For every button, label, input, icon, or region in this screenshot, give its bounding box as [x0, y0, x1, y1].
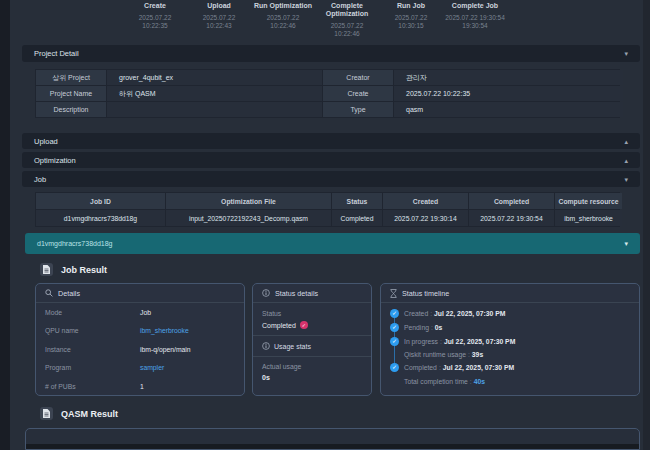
- job-select-dropdown[interactable]: d1vmgdhracrs738dd18g ▾: [25, 233, 640, 254]
- timeline-item-in-progress: ✓ In progress:Jul 22, 2025, 07:30 PM: [390, 337, 630, 346]
- field-label: Description: [36, 102, 106, 117]
- document-icon: [40, 263, 53, 276]
- qasm-result-title: QASM Result: [61, 409, 118, 419]
- separator: :: [440, 338, 442, 345]
- status-cell: Completed: [332, 210, 382, 226]
- card-title: Status timeline: [402, 289, 449, 298]
- usage-stats-row: Usage stats: [262, 342, 362, 350]
- timeline-label: Created: [404, 310, 428, 317]
- separator: :: [431, 324, 433, 331]
- compute-resource-cell: ibm_sherbrooke: [555, 210, 622, 226]
- job-table-header: Optimization File: [166, 193, 331, 209]
- detail-label: Instance: [45, 346, 140, 353]
- detail-label: Program: [45, 364, 140, 371]
- details-card: Details Mode Job QPU name ibm_sherbrooke…: [35, 283, 245, 396]
- step-upload: Upload 2025.07.22 10:22:43: [187, 2, 251, 38]
- chevron-down-icon[interactable]: ▾: [624, 240, 628, 247]
- step-label: Run Optimization: [251, 2, 315, 10]
- timeline-item-created: ✓ Created:Jul 22, 2025, 07:30 PM: [390, 309, 630, 318]
- chevron-down-icon[interactable]: ▾: [624, 176, 628, 183]
- status-timeline-card: Status timeline ✓ Created:Jul 22, 2025, …: [380, 283, 640, 396]
- timeline-text: Completed:Jul 22, 2025, 07:30 PM: [404, 364, 514, 371]
- step-label: Create: [123, 2, 187, 10]
- job-table-header: Compute resource: [555, 193, 622, 209]
- check-circle-icon: ✓: [390, 337, 399, 346]
- section-title: Job: [34, 175, 46, 184]
- check-circle-icon: ✓: [390, 363, 399, 372]
- optimization-file-cell[interactable]: input_20250722192243_Decomp.qasm: [166, 210, 331, 226]
- info-icon: [262, 342, 270, 350]
- progress-stepper: Create 2025.07.22 10:22:35 Upload 2025.0…: [123, 2, 507, 38]
- section-bar-optimization[interactable]: Optimization ▴: [22, 152, 640, 168]
- selected-job-id: d1vmgdhracrs738dd18g: [37, 240, 113, 247]
- step-date: 2025.07.22: [315, 22, 379, 30]
- timeline-text: Created:Jul 22, 2025, 07:30 PM: [404, 310, 506, 317]
- timeline-text: In progress:Jul 22, 2025, 07:30 PM: [404, 338, 515, 345]
- detail-value: Job: [140, 309, 151, 316]
- section-bar-upload[interactable]: Upload ▴: [22, 133, 640, 149]
- info-icon: [262, 289, 270, 297]
- field-value-creator: 관리자: [394, 70, 623, 85]
- job-result-title: Job Result: [61, 265, 107, 275]
- section-bar-job[interactable]: Job ▾: [22, 171, 640, 187]
- right-scroll-strip[interactable]: [643, 0, 650, 450]
- chevron-down-icon[interactable]: ▾: [624, 50, 628, 57]
- detail-row: Program sampler: [36, 359, 244, 378]
- field-label: 상위 Project: [36, 70, 106, 85]
- step-time: 10:22:35: [123, 22, 187, 30]
- status-label: Status: [262, 310, 362, 317]
- timeline-label: Completed: [404, 364, 437, 371]
- timeline-text: Pending:0s: [404, 324, 442, 331]
- step-label: Complete Job: [443, 2, 507, 10]
- detail-row: QPU name ibm_sherbrooke: [36, 322, 244, 341]
- field-label: Creator: [323, 70, 393, 85]
- field-value-create-date: 2025.07.22 10:22:35: [394, 86, 623, 101]
- card-title: Details: [58, 289, 80, 298]
- job-table-header: Completed: [469, 193, 554, 209]
- step-time: 10:30:15: [379, 22, 443, 30]
- job-table-header: Created: [383, 193, 468, 209]
- timeline-item-pending: ✓ Pending:0s: [390, 323, 630, 332]
- chevron-up-icon[interactable]: ▴: [624, 138, 628, 145]
- job-table-header: Job ID: [36, 193, 165, 209]
- step-time: 10:22:46: [251, 22, 315, 30]
- detail-label: QPU name: [45, 327, 140, 334]
- timeline-item-completed: ✓ Completed:Jul 22, 2025, 07:30 PM: [390, 363, 630, 372]
- step-time: 19:30:54: [443, 22, 507, 30]
- actual-usage-value: 0s: [262, 374, 362, 381]
- step-date: 2025.07.22: [251, 14, 315, 22]
- document-icon: [40, 407, 53, 420]
- job-table-header: Status: [332, 193, 382, 209]
- status-value-row: Completed ✓: [262, 321, 362, 329]
- status-details-card: Status details Status Completed ✓ Usage …: [252, 283, 372, 396]
- program-link[interactable]: sampler: [140, 364, 164, 371]
- field-label: Project Name: [36, 86, 106, 101]
- field-value-project-name: 하위 QASM: [107, 86, 322, 101]
- qasm-result-card: [25, 428, 640, 450]
- step-complete-job: Complete Job 2025.07.22 19:30:54 19:30:5…: [443, 2, 507, 38]
- detail-label: Mode: [45, 309, 140, 316]
- timeline-label: Pending: [404, 324, 429, 331]
- timeline-value: Jul 22, 2025, 07:30 PM: [434, 310, 505, 317]
- card-title: Status details: [275, 289, 318, 298]
- step-label: Run Job: [379, 2, 443, 10]
- divider: [253, 335, 371, 336]
- step-run-optimization: Run Optimization 2025.07.22 10:22:46: [251, 2, 315, 38]
- section-title: Project Detail: [34, 49, 79, 58]
- timeline-total-row: Total completion time:40s: [404, 378, 630, 385]
- search-icon: [45, 289, 53, 297]
- timeline-label: In progress: [404, 338, 438, 345]
- created-cell: 2025.07.22 19:30:14: [383, 210, 468, 226]
- step-date: 2025.07.22: [379, 14, 443, 22]
- section-bar-project-detail[interactable]: Project Detail ▾: [22, 45, 640, 62]
- qpu-name-link[interactable]: ibm_sherbrooke: [140, 327, 189, 334]
- timeline-label: Total completion time: [404, 378, 468, 385]
- job-id-cell[interactable]: d1vmgdhracrs738dd18g: [36, 210, 165, 226]
- job-table: Job ID Optimization File Status Created …: [35, 192, 620, 227]
- chevron-up-icon[interactable]: ▴: [624, 157, 628, 164]
- separator: :: [470, 378, 472, 385]
- timeline-body: ✓ Created:Jul 22, 2025, 07:30 PM ✓ Pendi…: [381, 303, 639, 385]
- step-complete-optimization: Complete Optimization 2025.07.22 10:22:4…: [315, 2, 379, 38]
- check-circle-icon: ✓: [390, 309, 399, 318]
- detail-label: # of PUBs: [45, 383, 140, 390]
